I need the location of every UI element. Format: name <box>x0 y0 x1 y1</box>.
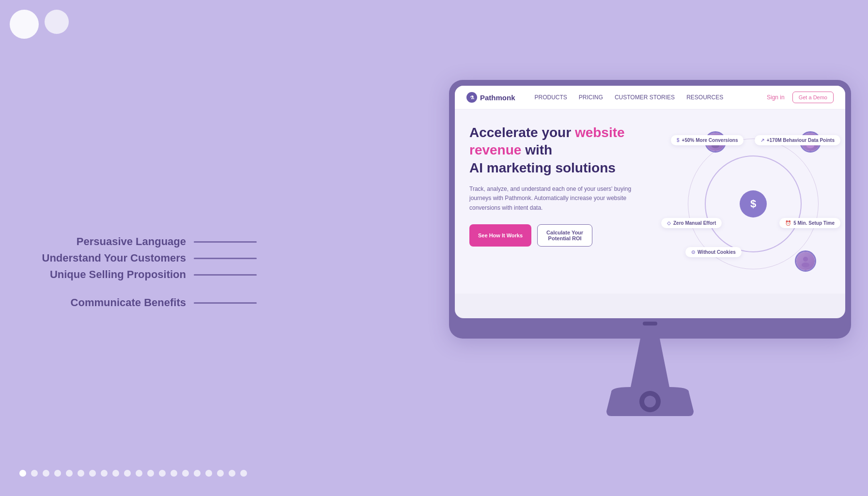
chart-icon: ↗ <box>760 138 764 143</box>
nav-signin[interactable]: Sign in <box>767 94 785 101</box>
hero-buttons: See How It Works Calculate Your Potentia… <box>469 224 676 247</box>
list-item-label: Communicate Benefits <box>71 296 186 309</box>
list-item-line <box>194 302 257 304</box>
calculate-roi-button[interactable]: Calculate Your Potential ROI <box>537 224 592 247</box>
dot[interactable] <box>124 470 131 477</box>
dot[interactable] <box>182 470 189 477</box>
dot[interactable] <box>159 470 166 477</box>
monitor-camera <box>643 322 657 326</box>
list-item-label: Understand Your Customers <box>42 252 186 264</box>
dot[interactable] <box>89 470 96 477</box>
nav-link-resources[interactable]: RESOURCES <box>686 94 723 101</box>
badge-setup-text: 5 Min. Setup Time <box>793 220 835 226</box>
left-items-list: Persuasive Language Understand Your Cust… <box>24 235 257 309</box>
hero-title: Accelerate your websiterevenue withAI ma… <box>469 124 676 177</box>
monitor-wrapper: ⚗ Pathmonk PRODUCTS PRICING CUSTOMER STO… <box>432 0 868 496</box>
badge-behaviour-text: +170M Behaviour Data Points <box>767 138 835 143</box>
badge-cookies-text: Without Cookies <box>698 249 736 255</box>
nav-logo: ⚗ Pathmonk <box>466 92 515 103</box>
hero-description: Track, analyze, and understand each one … <box>469 185 644 213</box>
list-item-label: Persuasive Language <box>77 235 186 248</box>
badge-manual-effort: ◇ Zero Manual Effort <box>661 218 722 228</box>
nav-actions: Sign in Get a Demo <box>767 92 834 103</box>
nav-demo-button[interactable]: Get a Demo <box>792 92 834 103</box>
avatar-bottom-right <box>795 250 816 272</box>
monitor-body-bottom <box>455 318 845 333</box>
btn-line2: Potential ROI <box>548 235 582 241</box>
pagination-dots <box>19 470 247 477</box>
dot[interactable] <box>66 470 73 477</box>
dot[interactable] <box>54 470 61 477</box>
badge-behaviour: ↗ +170M Behaviour Data Points <box>755 135 840 145</box>
diagram-container: $ <box>681 126 826 281</box>
list-item-line <box>194 241 257 243</box>
avatar-person-icon <box>796 252 815 270</box>
hero-left: Accelerate your websiterevenue withAI ma… <box>469 124 676 284</box>
svg-point-5 <box>802 263 809 267</box>
list-item-line <box>194 258 257 259</box>
hero-diagram: $ <box>676 124 831 284</box>
website-navbar: ⚗ Pathmonk PRODUCTS PRICING CUSTOMER STO… <box>455 86 845 109</box>
dot[interactable] <box>240 470 247 477</box>
diagram-center-icon: $ <box>740 190 767 217</box>
hero-title-normal: Accelerate your <box>469 125 575 140</box>
monitor-stand-svg <box>597 339 703 416</box>
dot[interactable] <box>43 470 49 477</box>
dot[interactable] <box>19 470 26 477</box>
monitor-bezel: ⚗ Pathmonk PRODUCTS PRICING CUSTOMER STO… <box>449 80 851 339</box>
monitor-bottom-bar <box>455 318 845 329</box>
list-item: Persuasive Language <box>24 235 257 248</box>
dot[interactable] <box>205 470 212 477</box>
list-item-line <box>194 274 257 276</box>
nav-link-products[interactable]: PRODUCTS <box>535 94 567 101</box>
list-item-label: Unique Selling Proposition <box>50 268 186 281</box>
logo-icon: ⚗ <box>466 92 477 103</box>
see-how-it-works-button[interactable]: See How It Works <box>469 224 531 247</box>
nav-link-customer-stories[interactable]: CUSTOMER STORIES <box>615 94 675 101</box>
logo-text: Pathmonk <box>480 93 515 102</box>
badge-conversions-text: +50% More Conversions <box>682 138 738 143</box>
list-item: Communicate Benefits <box>24 296 257 309</box>
clock-icon: ⏰ <box>785 220 791 226</box>
list-item: Understand Your Customers <box>24 252 257 264</box>
svg-point-4 <box>803 257 808 262</box>
badge-without-cookies: ⊙ Without Cookies <box>685 247 742 257</box>
dot[interactable] <box>194 470 201 477</box>
dot[interactable] <box>136 470 142 477</box>
nav-link-pricing[interactable]: PRICING <box>579 94 603 101</box>
hero-section: Accelerate your websiterevenue withAI ma… <box>455 109 845 294</box>
nav-links: PRODUCTS PRICING CUSTOMER STORIES RESOUR… <box>535 94 767 101</box>
dot[interactable] <box>78 470 84 477</box>
badge-conversions: $ +50% More Conversions <box>671 135 744 145</box>
diamond-icon: ◇ <box>667 220 671 226</box>
svg-point-7 <box>644 396 656 407</box>
cookie-icon: ⊙ <box>691 249 695 255</box>
dot[interactable] <box>217 470 224 477</box>
dot[interactable] <box>112 470 119 477</box>
left-panel: Persuasive Language Understand Your Cust… <box>0 0 276 496</box>
monitor: ⚗ Pathmonk PRODUCTS PRICING CUSTOMER STO… <box>449 80 851 416</box>
dot[interactable] <box>31 470 38 477</box>
dot[interactable] <box>170 470 177 477</box>
monitor-screen: ⚗ Pathmonk PRODUCTS PRICING CUSTOMER STO… <box>455 86 845 318</box>
dot[interactable] <box>101 470 108 477</box>
monitor-stand <box>449 339 851 416</box>
badge-setup-time: ⏰ 5 Min. Setup Time <box>779 218 840 228</box>
dot[interactable] <box>229 470 235 477</box>
dollar-icon: $ <box>677 138 680 143</box>
btn-line1: Calculate Your <box>546 230 583 235</box>
dot[interactable] <box>147 470 154 477</box>
badge-manual-text: Zero Manual Effort <box>673 220 716 226</box>
list-item: Unique Selling Proposition <box>24 268 257 281</box>
